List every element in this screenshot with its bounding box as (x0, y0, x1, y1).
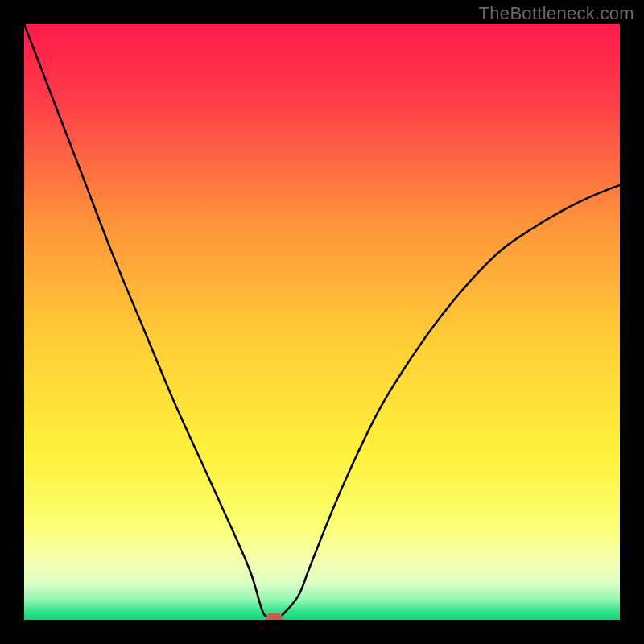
gradient-background (24, 24, 620, 620)
plot-area (24, 24, 620, 620)
watermark-text: TheBottleneck.com (479, 3, 634, 24)
optimal-marker (266, 613, 283, 620)
chart-frame: TheBottleneck.com (0, 0, 644, 644)
plot-svg (24, 24, 620, 620)
